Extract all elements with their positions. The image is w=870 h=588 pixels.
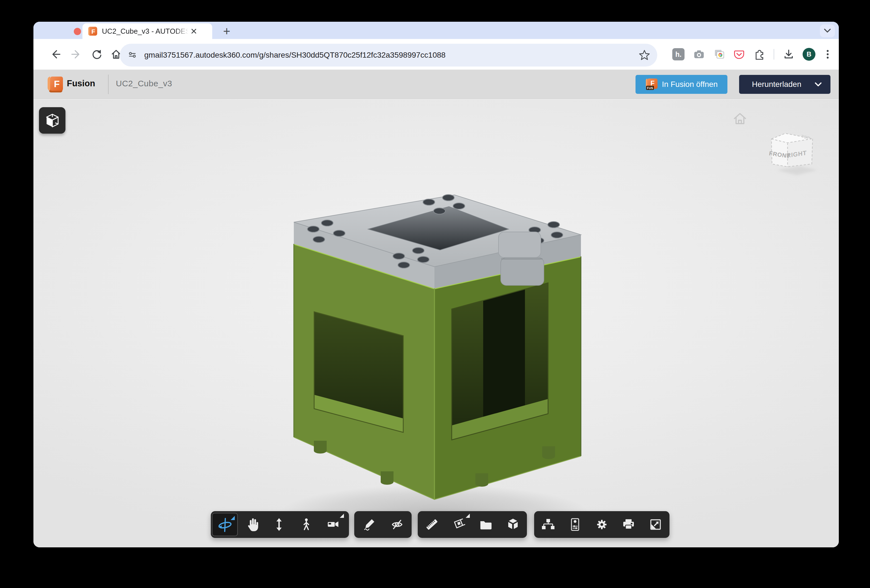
hierarchy-tree-icon: [540, 517, 556, 532]
orbit-button[interactable]: [212, 513, 238, 536]
svg-text:F: F: [91, 28, 95, 35]
browser-tab[interactable]: F UC2_Cube_v3 - AUTODESK F: [82, 23, 212, 39]
walk-person-icon: [298, 517, 314, 532]
fullscreen-icon: [648, 517, 663, 532]
plate-latch: [499, 232, 544, 285]
viewcube[interactable]: TOP FRONT RIGHT: [763, 128, 824, 181]
orbit-flyout-triangle: [231, 516, 235, 520]
browser-menu-icon[interactable]: [822, 48, 834, 60]
svg-text:FUS: FUS: [647, 86, 653, 90]
zoom-arrows-icon: [271, 517, 287, 532]
chrome-windows-extension-icon[interactable]: [713, 48, 725, 60]
model-3d-cube[interactable]: [279, 178, 613, 540]
components-button[interactable]: [499, 511, 526, 538]
tab-title: UC2_Cube_v3 - AUTODESK F: [102, 27, 188, 36]
gear-icon: [594, 517, 609, 532]
model-browser-toggle-button[interactable]: [39, 107, 66, 134]
header-divider: [108, 74, 109, 94]
cube-icon: [44, 112, 61, 129]
document-title: UC2_Cube_v3: [116, 79, 172, 88]
hide-button[interactable]: [383, 511, 411, 538]
markup-button[interactable]: [355, 511, 383, 538]
new-tab-button[interactable]: +: [219, 24, 234, 39]
section-button[interactable]: [445, 511, 472, 538]
address-bar[interactable]: gmail3751567.autodesk360.com/g/shares/SH…: [120, 44, 657, 67]
forward-icon[interactable]: [70, 48, 82, 60]
chevron-down-icon: [823, 28, 831, 34]
viewcube-shadow: [777, 166, 817, 175]
fusion-favicon-icon: F: [88, 27, 97, 36]
print-button[interactable]: [615, 511, 642, 538]
toolbar-group-markup: [354, 511, 412, 538]
measure-button[interactable]: [418, 511, 445, 538]
pencil-markup-icon: [361, 517, 377, 532]
download-label: Herunterladen: [752, 80, 801, 89]
fusion-badge-icon: F FUS: [645, 78, 658, 91]
zoom-button[interactable]: [265, 511, 292, 538]
ruler-icon: [424, 517, 440, 532]
fusion-header: F Fusion UC2_Cube_v3 F FUS In Fusion öff…: [33, 70, 839, 99]
brand-name: Fusion: [67, 79, 95, 89]
properties-panel-icon: [567, 517, 583, 532]
eye-slash-icon: [389, 517, 405, 532]
pocket-extension-icon[interactable]: [733, 48, 745, 60]
back-icon[interactable]: [49, 48, 62, 60]
profile-avatar[interactable]: B: [803, 48, 815, 61]
pan-button[interactable]: [238, 511, 265, 538]
camera-flyout-triangle: [340, 514, 344, 518]
folder-button[interactable]: [472, 511, 499, 538]
bookmark-star-icon[interactable]: [638, 49, 651, 61]
folder-icon: [478, 517, 494, 532]
components-box-icon: [505, 517, 521, 532]
screenshot-camera-icon[interactable]: [693, 48, 705, 60]
open-in-fusion-label: In Fusion öffnen: [662, 80, 718, 89]
svg-text:F: F: [651, 79, 655, 87]
downloads-icon[interactable]: [782, 48, 795, 60]
toolbar-divider: [774, 49, 774, 60]
browser-window: F UC2_Cube_v3 - AUTODESK F +: [33, 22, 839, 547]
open-in-fusion-button[interactable]: F FUS In Fusion öffnen: [636, 75, 727, 94]
browser-toolbar: gmail3751567.autodesk360.com/g/shares/SH…: [33, 39, 839, 70]
reload-icon[interactable]: [90, 48, 102, 60]
extensions-puzzle-icon[interactable]: [753, 48, 765, 60]
fullscreen-button[interactable]: [642, 511, 669, 538]
viewcube-home-icon[interactable]: [733, 112, 748, 126]
close-window-button[interactable]: [74, 28, 81, 35]
section-flyout-triangle: [466, 514, 470, 518]
camera-button[interactable]: [319, 511, 346, 538]
site-settings-icon[interactable]: [127, 49, 138, 61]
model-browser-button[interactable]: [535, 511, 562, 538]
extension-h-icon[interactable]: h.: [672, 48, 685, 60]
chevron-down-icon: [814, 82, 822, 87]
walk-button[interactable]: [292, 511, 319, 538]
printer-icon: [621, 517, 636, 532]
pan-hand-icon: [244, 517, 260, 532]
fusion-logo-icon: F: [46, 75, 64, 94]
close-tab-icon[interactable]: [190, 27, 198, 35]
properties-button[interactable]: [562, 511, 588, 538]
toolbar-group-navigation: [211, 511, 349, 538]
video-camera-icon: [325, 517, 341, 532]
url-text[interactable]: gmail3751567.autodesk360.com/g/shares/SH…: [144, 51, 638, 60]
download-button[interactable]: Herunterladen: [739, 75, 830, 94]
tab-search-button[interactable]: [820, 24, 835, 37]
settings-button[interactable]: [588, 511, 615, 538]
viewer-canvas[interactable]: TOP FRONT RIGHT: [33, 100, 839, 547]
toolbar-group-inspect: [418, 511, 527, 538]
svg-text:F: F: [54, 79, 60, 89]
tab-strip: F UC2_Cube_v3 - AUTODESK F +: [33, 22, 839, 39]
toolbar-group-settings: [534, 511, 669, 538]
section-analysis-icon: [451, 517, 467, 532]
